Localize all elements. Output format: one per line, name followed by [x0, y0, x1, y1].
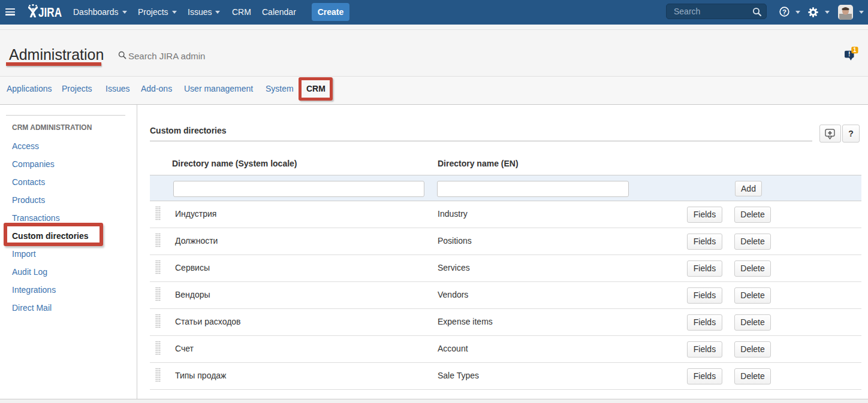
svg-text:!: ! [848, 50, 851, 57]
svg-text:?: ? [782, 8, 786, 16]
svg-text:1: 1 [853, 47, 857, 53]
